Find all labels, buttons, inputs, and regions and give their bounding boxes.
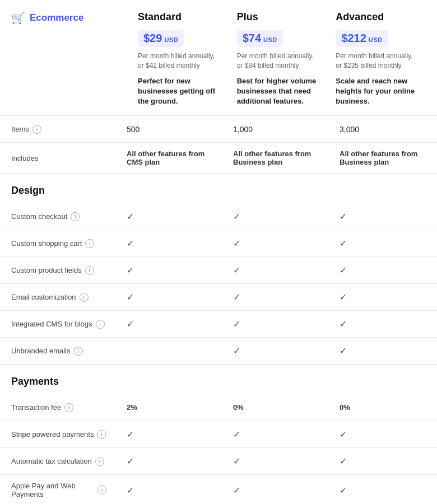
checkmark: ✓ [340, 346, 347, 356]
value-email-customization-plus: ✓ [224, 285, 331, 309]
cart-icon: 🛒 [11, 11, 25, 25]
info-icon-email-customization[interactable]: i [80, 293, 89, 302]
label-items: Items i [0, 118, 118, 141]
brand-name: Ecommerce [30, 12, 83, 24]
value-integrated-cms-standard: ✓ [118, 312, 224, 336]
value-custom-product-fields-standard: ✓ [118, 258, 224, 282]
info-icon-apple-pay[interactable]: i [97, 486, 106, 494]
checkmark: ✓ [340, 239, 347, 248]
brand-cell: 🛒 Ecommerce [11, 11, 129, 34]
value-unbranded-emails-standard [118, 344, 224, 358]
checkmark: ✓ [233, 265, 240, 275]
checkmark: ✓ [340, 319, 347, 329]
price-badge-plus: $74 USD [237, 30, 283, 47]
plan-header-standard: Standard $29 USD Per month billed annual… [129, 11, 228, 115]
checkmark: ✓ [233, 346, 240, 356]
value-custom-product-fields-plus: ✓ [224, 258, 331, 282]
checkmark: ✓ [127, 456, 134, 466]
price-billing-plus: Per month billed annually, or $84 billed… [237, 52, 318, 71]
value-items-plus: 1,000 [224, 118, 331, 141]
section-payments-title: Payments [11, 376, 426, 388]
value-auto-tax-advanced: ✓ [331, 449, 437, 473]
label-unbranded-emails-text: Unbranded emails [11, 347, 71, 355]
value-custom-shopping-cart-plus: ✓ [224, 231, 331, 255]
value-includes-standard: All other features from CMS plan [118, 143, 224, 173]
value-unbranded-emails-plus: ✓ [224, 339, 331, 363]
value-includes-plus: All other features from Business plan [224, 143, 331, 173]
value-custom-shopping-cart-advanced: ✓ [331, 231, 437, 255]
value-custom-checkout-plus: ✓ [224, 204, 331, 228]
label-transaction-fee: Transaction fee i [0, 396, 118, 419]
info-icon-custom-shopping-cart[interactable]: i [85, 239, 94, 248]
plan-header-advanced: Advanced $212 USD Per month billed annua… [327, 11, 426, 115]
price-currency-advanced: USD [369, 36, 383, 43]
info-icon-auto-tax[interactable]: i [95, 457, 104, 466]
label-integrated-cms-text: Integrated CMS for blogs [11, 320, 92, 328]
section-design-header: Design [0, 174, 437, 203]
info-icon-integrated-cms[interactable]: i [96, 320, 105, 329]
checkmark: ✓ [340, 456, 347, 466]
row-email-customization: Email customization i ✓ ✓ ✓ [0, 284, 437, 311]
label-includes-text: Includes [11, 154, 38, 162]
row-custom-product-fields: Custom product fields i ✓ ✓ ✓ [0, 257, 437, 284]
checkmark: ✓ [340, 292, 347, 302]
label-transaction-fee-text: Transaction fee [11, 403, 61, 412]
value-includes-advanced: All other features from Business plan [331, 143, 437, 173]
price-currency-standard: USD [164, 36, 178, 43]
row-stripe-payments: Stripe powered payments i ✓ ✓ ✓ [0, 421, 437, 448]
header-row: 🛒 Ecommerce Standard $29 USD Per month b… [0, 0, 437, 116]
label-email-customization-text: Email customization [11, 293, 76, 301]
checkmark: ✓ [233, 212, 240, 221]
info-icon-unbranded-emails[interactable]: i [74, 347, 83, 356]
checkmark: ✓ [340, 265, 347, 275]
price-amount-advanced: $212 [341, 32, 366, 45]
row-custom-shopping-cart: Custom shopping cart i ✓ ✓ ✓ [0, 230, 437, 257]
price-currency-plus: USD [263, 36, 277, 43]
price-amount-plus: $74 [243, 32, 261, 45]
info-icon-custom-checkout[interactable]: i [71, 212, 80, 221]
value-auto-tax-standard: ✓ [118, 449, 224, 473]
value-custom-checkout-advanced: ✓ [331, 204, 437, 228]
value-unbranded-emails-advanced: ✓ [331, 339, 437, 363]
plan-name-advanced: Advanced [336, 11, 417, 23]
checkmark: ✓ [340, 212, 347, 221]
section-payments-header: Payments [0, 365, 437, 394]
label-items-text: Items [11, 125, 29, 133]
section-design-title: Design [11, 185, 426, 197]
checkmark: ✓ [233, 319, 240, 329]
label-custom-checkout-text: Custom checkout [11, 212, 67, 221]
row-transaction-fee: Transaction fee i 2% 0% 0% [0, 394, 437, 421]
info-icon-stripe-payments[interactable]: i [97, 430, 106, 439]
price-badge-standard: $29 USD [138, 30, 184, 47]
label-custom-product-fields: Custom product fields i [0, 259, 118, 282]
value-stripe-payments-standard: ✓ [118, 422, 224, 446]
checkmark: ✓ [233, 239, 240, 248]
row-apple-pay: Apple Pay and Web Payments i ✓ ✓ ✓ [0, 475, 437, 504]
label-auto-tax: Automatic tax calculation i [0, 450, 118, 473]
checkmark: ✓ [127, 292, 134, 302]
plan-name-plus: Plus [237, 11, 318, 23]
label-custom-shopping-cart: Custom shopping cart i [0, 232, 118, 255]
checkmark: ✓ [127, 265, 134, 275]
label-email-customization: Email customization i [0, 286, 118, 309]
checkmark: ✓ [233, 292, 240, 302]
value-transaction-fee-plus: 0% [224, 396, 331, 418]
price-billing-standard: Per month billed annually, or $42 billed… [138, 52, 219, 71]
label-apple-pay: Apple Pay and Web Payments i [0, 475, 118, 504]
value-custom-shopping-cart-standard: ✓ [118, 231, 224, 255]
label-auto-tax-text: Automatic tax calculation [11, 457, 92, 465]
value-custom-checkout-standard: ✓ [118, 204, 224, 228]
label-stripe-payments-text: Stripe powered payments [11, 430, 94, 438]
checkmark: ✓ [127, 212, 134, 221]
info-icon-transaction-fee[interactable]: i [64, 403, 73, 412]
value-integrated-cms-plus: ✓ [224, 312, 331, 336]
label-custom-product-fields-text: Custom product fields [11, 266, 82, 274]
info-icon-items[interactable]: i [32, 125, 41, 134]
plan-name-standard: Standard [138, 11, 219, 23]
info-icon-custom-product-fields[interactable]: i [85, 266, 94, 275]
value-items-advanced: 3,000 [331, 118, 437, 141]
label-custom-shopping-cart-text: Custom shopping cart [11, 239, 82, 248]
value-email-customization-advanced: ✓ [331, 285, 437, 309]
value-apple-pay-standard: ✓ [118, 478, 224, 502]
row-includes: Includes All other features from CMS pla… [0, 143, 437, 174]
